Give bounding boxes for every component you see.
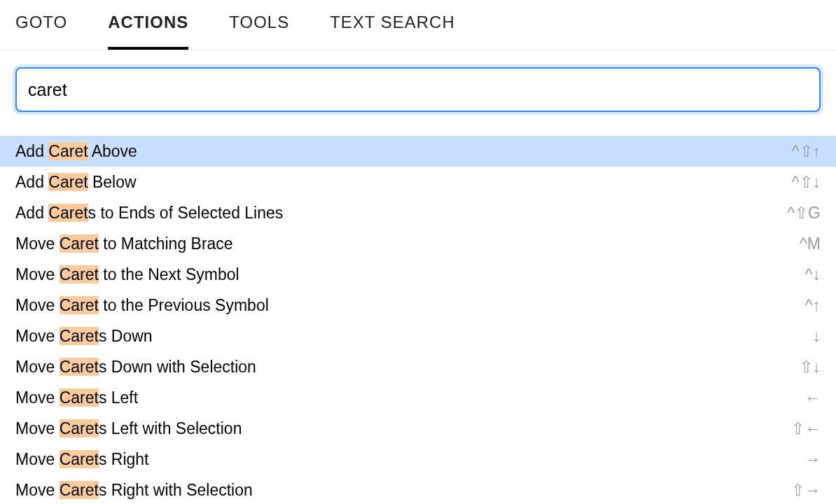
result-label-after: s Right with Selection: [99, 481, 253, 499]
result-label-before: Add: [15, 142, 48, 160]
result-row[interactable]: Move Carets Left←: [0, 382, 836, 413]
result-label-highlight: Caret: [60, 388, 99, 407]
result-label-after: s Left with Selection: [99, 419, 242, 438]
result-row[interactable]: Move Caret to the Previous Symbol^↑: [0, 290, 836, 321]
tab-tools[interactable]: TOOLS: [229, 13, 289, 50]
tab-goto[interactable]: GOTO: [15, 13, 67, 50]
result-label-after: Above: [88, 142, 137, 160]
result-label-before: Move: [15, 450, 60, 468]
result-shortcut: ^⇧G: [787, 204, 821, 223]
shortcut-symbol: ^: [792, 173, 800, 192]
result-label-after: s Right: [99, 450, 149, 468]
result-label-after: s Down with Selection: [99, 358, 256, 376]
result-row[interactable]: Add Caret Below^⇧↓: [0, 167, 836, 197]
shortcut-symbol: →: [804, 450, 821, 469]
result-label-after: to Matching Brace: [99, 234, 233, 253]
result-row[interactable]: Move Carets Left with Selection⇧←: [0, 413, 836, 444]
shortcut-symbol: ⇧: [791, 481, 804, 500]
search-input[interactable]: [15, 67, 821, 112]
result-label-before: Move: [15, 234, 60, 253]
shortcut-symbol: ^: [805, 265, 813, 284]
result-label-highlight: Caret: [60, 450, 99, 468]
shortcut-symbol: ^: [787, 204, 795, 223]
result-label-highlight: Caret: [60, 481, 99, 499]
result-label-before: Move: [15, 296, 60, 314]
result-label-before: Add: [15, 173, 48, 191]
result-label: Add Caret Below: [15, 173, 137, 192]
result-row[interactable]: Move Caret to Matching Brace^M: [0, 228, 836, 259]
result-label-highlight: Caret: [48, 204, 88, 222]
shortcut-symbol: ↓: [813, 173, 821, 192]
tab-bar: GOTOACTIONSTOOLSTEXT SEARCH: [0, 0, 836, 50]
result-shortcut: ^⇧↑: [792, 142, 821, 161]
result-label-after: to the Next Symbol: [99, 265, 239, 284]
result-shortcut: ^↑: [805, 296, 821, 315]
result-label-highlight: Caret: [48, 142, 88, 160]
shortcut-symbol: →: [804, 481, 821, 500]
result-shortcut: ^M: [800, 234, 821, 253]
result-row[interactable]: Move Carets Right with Selection⇧→: [0, 475, 836, 504]
result-label-after: Below: [88, 173, 137, 191]
result-shortcut: ^↓: [805, 265, 821, 284]
result-label: Move Carets Left: [15, 388, 138, 407]
result-label-before: Move: [15, 419, 60, 438]
result-label-after: s Down: [99, 327, 153, 345]
result-shortcut: ⇧↓: [800, 358, 821, 377]
result-label-before: Move: [15, 265, 60, 284]
result-label-highlight: Caret: [60, 234, 99, 253]
result-label-after: to the Previous Symbol: [99, 296, 269, 314]
search-container: [0, 50, 836, 129]
shortcut-symbol: ↓: [813, 358, 821, 377]
result-shortcut: ⇧→: [791, 481, 821, 500]
shortcut-symbol: ↑: [813, 142, 821, 161]
result-label: Move Caret to the Next Symbol: [15, 265, 239, 284]
result-row[interactable]: Move Carets Down with Selection⇧↓: [0, 351, 836, 382]
shortcut-symbol: ←: [804, 419, 821, 438]
result-label: Move Carets Right with Selection: [15, 481, 253, 500]
shortcut-symbol: ^: [805, 296, 813, 315]
result-label: Move Caret to the Previous Symbol: [15, 296, 269, 315]
result-label-before: Move: [15, 358, 60, 376]
result-row[interactable]: Move Carets Right→: [0, 444, 836, 475]
shortcut-symbol: G: [808, 204, 821, 223]
result-label: Add Caret Above: [15, 142, 137, 161]
result-row[interactable]: Move Carets Down↓: [0, 321, 836, 351]
result-label-highlight: Caret: [48, 173, 88, 191]
result-label-highlight: Caret: [60, 296, 99, 314]
shortcut-symbol: ↑: [813, 296, 821, 315]
result-label-after: s Left: [99, 388, 138, 407]
results-list: Add Caret Above^⇧↑Add Caret Below^⇧↓Add …: [0, 129, 836, 504]
shortcut-symbol: ⇧: [800, 173, 813, 192]
result-label: Move Carets Down: [15, 327, 153, 346]
shortcut-symbol: ↓: [813, 265, 821, 284]
result-row[interactable]: Move Caret to the Next Symbol^↓: [0, 259, 836, 290]
shortcut-symbol: ⇧: [800, 358, 813, 377]
shortcut-symbol: ^: [800, 234, 807, 253]
tab-textsearch[interactable]: TEXT SEARCH: [330, 13, 455, 50]
result-shortcut: →: [804, 450, 821, 469]
result-label: Move Carets Right: [15, 450, 148, 469]
result-label-highlight: Caret: [60, 358, 99, 376]
result-shortcut: ⇧←: [791, 419, 821, 438]
result-label-before: Move: [15, 388, 60, 407]
shortcut-symbol: M: [807, 234, 821, 253]
shortcut-symbol: ↓: [813, 327, 821, 346]
result-shortcut: ↓: [813, 327, 821, 346]
shortcut-symbol: ⇧: [800, 142, 813, 161]
result-label: Move Carets Down with Selection: [15, 358, 256, 377]
shortcut-symbol: ⇧: [795, 204, 808, 223]
result-label-highlight: Caret: [60, 265, 99, 284]
result-shortcut: ←: [804, 388, 821, 407]
result-label-before: Move: [15, 481, 60, 499]
result-label-highlight: Caret: [60, 419, 99, 438]
result-label: Move Carets Left with Selection: [15, 419, 242, 438]
shortcut-symbol: ⇧: [791, 419, 804, 438]
result-row[interactable]: Add Caret Above^⇧↑: [0, 136, 836, 167]
result-row[interactable]: Add Carets to Ends of Selected Lines^⇧G: [0, 197, 836, 228]
result-shortcut: ^⇧↓: [792, 173, 821, 192]
result-label-highlight: Caret: [60, 327, 99, 345]
result-label-after: s to Ends of Selected Lines: [88, 204, 284, 222]
result-label-before: Add: [15, 204, 48, 222]
tab-actions[interactable]: ACTIONS: [108, 13, 188, 50]
result-label-before: Move: [15, 327, 60, 345]
